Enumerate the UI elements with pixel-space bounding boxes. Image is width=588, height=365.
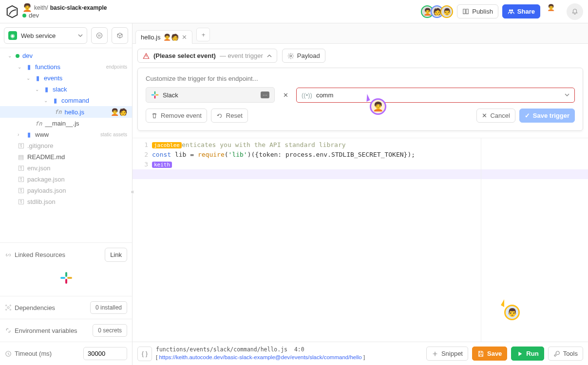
publish-button[interactable]: Publish (457, 4, 498, 18)
svg-point-9 (10, 305, 11, 306)
trigger-event-value: comm (316, 91, 333, 99)
user-avatar[interactable]: 🧑‍🦱 (547, 4, 563, 19)
reset-button[interactable]: Reset (211, 109, 248, 123)
svg-point-7 (7, 307, 9, 309)
tree-branch-dev[interactable]: ⌄dev (0, 50, 132, 61)
snippet-button[interactable]: Snippet (426, 347, 468, 361)
fn-icon: fn (55, 109, 61, 115)
tree-folder-www[interactable]: ›▮wwwstatic assets (0, 129, 132, 140)
status-dot (22, 14, 26, 18)
bell-icon (571, 8, 578, 15)
tree-file-readme[interactable]: ▤README.md (0, 151, 132, 163)
deps-icon (5, 304, 12, 311)
clock-icon (5, 350, 12, 357)
event-selector[interactable]: (Please select event) — event trigger (137, 49, 277, 63)
tree-folder-command[interactable]: ⌄▮command (0, 95, 132, 106)
svg-rect-3 (65, 272, 67, 277)
save-button[interactable]: Save (472, 347, 507, 361)
tree-folder-functions[interactable]: ⌄▮functionsendpoints (0, 61, 132, 73)
deps-count[interactable]: 0 installed (90, 301, 127, 314)
payload-label: Payload (297, 52, 320, 59)
tree-file-payloadsjson[interactable]: ⚿payloads.json (0, 185, 132, 196)
svg-rect-14 (154, 91, 155, 94)
tree-file-envjson[interactable]: ⚿env.json (0, 163, 132, 174)
lock-icon: ⚿ (18, 142, 24, 149)
warning-icon (143, 53, 150, 59)
trigger-source[interactable]: Slack ⋯ (146, 87, 275, 103)
slack-icon (151, 91, 159, 99)
tab-hello[interactable]: hello.js 🧑‍🦱🧑 ✕ (135, 30, 192, 44)
svg-rect-16 (154, 95, 155, 98)
trash-icon (151, 112, 158, 119)
tree-folder-slack[interactable]: ⌄▮slack (0, 84, 132, 95)
chevron-down-icon (78, 33, 83, 38)
tree-file-main[interactable]: fn__main__.js (0, 118, 132, 129)
event-sub: — event trigger (220, 52, 263, 59)
gear-icon (287, 53, 294, 59)
run-button[interactable]: Run (511, 347, 544, 361)
clear-source-button[interactable]: ✕ (279, 88, 292, 102)
trigger-event-select[interactable]: ((•)) comm (296, 88, 575, 103)
new-tab-button[interactable]: + (196, 28, 210, 41)
endpoint-url[interactable]: https://keith.autocode.dev/basic-slack-e… (159, 354, 361, 360)
linked-slack-resource[interactable] (5, 265, 127, 291)
repo-project: basic-slack-example (50, 4, 107, 11)
remove-event-button[interactable]: Remove event (146, 109, 207, 123)
repo-owner: keith/ (34, 4, 48, 11)
user-tag: jacoblee (152, 142, 182, 148)
more-icon: ⋯ (261, 91, 269, 98)
file-icon: ▤ (18, 153, 24, 161)
svg-point-2 (96, 33, 102, 38)
link-resource-button[interactable]: Link (105, 248, 127, 262)
env-icon (5, 327, 12, 334)
folder-icon: ▮ (25, 131, 32, 138)
svg-rect-5 (65, 279, 67, 284)
payload-button[interactable]: Payload (282, 49, 325, 63)
tree-file-packagejson[interactable]: ⚿package.json (0, 174, 132, 185)
svg-point-8 (5, 305, 6, 306)
service-selector[interactable]: ◉ Web service (4, 27, 87, 44)
folder-icon: ▮ (43, 86, 50, 93)
share-button[interactable]: Share (502, 4, 540, 18)
remote-cursor-avatar: 🧑‍🦱 (370, 98, 386, 115)
svg-rect-17 (152, 94, 154, 95)
svg-point-1 (511, 9, 513, 11)
tools-button[interactable]: Tools (548, 347, 583, 361)
event-prompt: (Please select event) (153, 52, 216, 59)
chevron-up-icon (267, 54, 272, 58)
collapse-sidebar-handle[interactable]: « (129, 184, 136, 200)
json-icon[interactable]: { } (137, 347, 152, 361)
tree-file-gitignore[interactable]: ⚿.gitignore (0, 140, 132, 151)
line-gutter: 1234 (133, 138, 152, 342)
box-icon (116, 32, 123, 39)
tree-file-stdlibjson[interactable]: ⚿stdlib.json (0, 196, 132, 207)
folder-icon: ▮ (25, 63, 32, 71)
svg-point-11 (10, 309, 11, 310)
pause-button[interactable] (91, 27, 108, 44)
svg-point-10 (5, 309, 6, 310)
tab-label: hello.js (141, 34, 160, 41)
svg-rect-15 (155, 94, 158, 95)
wrench-icon (553, 350, 560, 357)
timeout-label: Timeout (ms) (15, 350, 52, 357)
notifications-button[interactable] (567, 3, 583, 20)
svg-point-13 (290, 55, 292, 57)
box-button[interactable] (112, 27, 128, 44)
lock-icon: ⚿ (18, 176, 24, 183)
book-icon (462, 8, 469, 15)
folder-icon: ▮ (34, 74, 41, 82)
env-label: Environment variables (15, 327, 77, 334)
cancel-button[interactable]: ✕ Cancel (476, 109, 515, 123)
disk-icon (477, 350, 484, 357)
tree-file-hello[interactable]: fnhello.js🧑‍🦱🧑 (0, 106, 132, 118)
close-icon[interactable]: ✕ (182, 34, 187, 41)
timeout-input[interactable] (83, 347, 127, 360)
save-trigger-button[interactable]: ✓ Save trigger (519, 109, 575, 123)
undo-icon (216, 112, 223, 119)
app-logo[interactable] (5, 4, 19, 19)
repo-branch: dev (29, 12, 39, 19)
trigger-instructions: Customize the trigger for this endpoint.… (146, 75, 575, 82)
svg-point-0 (509, 9, 511, 11)
env-count[interactable]: 0 secrets (93, 324, 127, 337)
tree-folder-events[interactable]: ⌄▮events (0, 73, 132, 84)
